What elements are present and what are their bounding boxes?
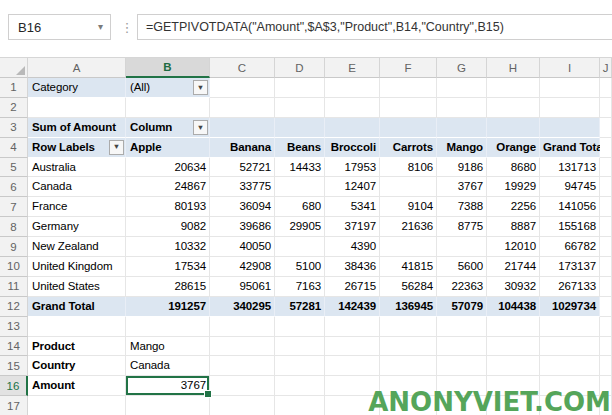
cell-B4[interactable]: Apple: [126, 138, 210, 158]
cell-I14[interactable]: [540, 337, 600, 357]
cell-E5[interactable]: 17953: [325, 158, 380, 178]
cell-D9[interactable]: [275, 237, 325, 257]
cell-F12[interactable]: 136945: [380, 297, 437, 317]
cell-I6[interactable]: 94745: [540, 177, 600, 197]
cell-B16[interactable]: 3767: [126, 376, 210, 396]
cell-F6[interactable]: [380, 177, 437, 197]
cell-J1[interactable]: [600, 78, 612, 98]
cell-B7[interactable]: 80193: [126, 197, 210, 217]
column-header-G[interactable]: G: [437, 58, 487, 78]
column-header-A[interactable]: A: [28, 58, 126, 78]
cell-D10[interactable]: 5100: [275, 257, 325, 277]
cell-B11[interactable]: 28615: [126, 277, 210, 297]
cell-G12[interactable]: 57079: [437, 297, 487, 317]
cell-I4[interactable]: Grand Total: [540, 138, 600, 158]
cell-D13[interactable]: [275, 317, 325, 337]
row-header-8[interactable]: 8: [0, 217, 28, 237]
select-all-button[interactable]: [0, 58, 28, 78]
cell-I1[interactable]: [540, 78, 600, 98]
cell-G9[interactable]: [437, 237, 487, 257]
cell-C17[interactable]: [210, 396, 275, 415]
cell-G3[interactable]: [437, 118, 487, 138]
cell-J3[interactable]: [600, 118, 612, 138]
cell-H11[interactable]: 30932: [487, 277, 540, 297]
cell-D8[interactable]: 29905: [275, 217, 325, 237]
cell-I3[interactable]: [540, 118, 600, 138]
column-header-J[interactable]: J: [600, 58, 612, 78]
cell-I12[interactable]: 1029734: [540, 297, 600, 317]
column-header-I[interactable]: I: [540, 58, 600, 78]
cell-E8[interactable]: 37197: [325, 217, 380, 237]
cell-F15[interactable]: [380, 356, 437, 376]
cell-D6[interactable]: [275, 177, 325, 197]
cell-A17[interactable]: [28, 396, 126, 415]
filter-dropdown-icon-B1[interactable]: ▼: [193, 80, 208, 95]
formula-bar[interactable]: =GETPIVOTDATA("Amount",$A$3,"Product",B1…: [137, 14, 612, 40]
cell-G10[interactable]: 5600: [437, 257, 487, 277]
cell-D15[interactable]: [275, 356, 325, 376]
cell-H5[interactable]: 8680: [487, 158, 540, 178]
cell-C14[interactable]: [210, 337, 275, 357]
cell-H13[interactable]: [487, 317, 540, 337]
cell-E6[interactable]: 12407: [325, 177, 380, 197]
cell-B2[interactable]: [126, 98, 210, 118]
cell-G5[interactable]: 9186: [437, 158, 487, 178]
cell-H8[interactable]: 8887: [487, 217, 540, 237]
row-header-6[interactable]: 6: [0, 177, 28, 197]
cell-J13[interactable]: [600, 317, 612, 337]
cell-F13[interactable]: [380, 317, 437, 337]
cell-G8[interactable]: 8775: [437, 217, 487, 237]
cell-C6[interactable]: 33775: [210, 177, 275, 197]
cell-B1[interactable]: (All)▼: [126, 78, 210, 98]
name-box[interactable]: B16 ▾: [8, 14, 111, 40]
cell-F7[interactable]: 9104: [380, 197, 437, 217]
column-header-D[interactable]: D: [275, 58, 325, 78]
row-header-3[interactable]: 3: [0, 118, 28, 138]
cell-B9[interactable]: 10332: [126, 237, 210, 257]
cell-J10[interactable]: [600, 257, 612, 277]
cell-A3[interactable]: Sum of Amount: [28, 118, 126, 138]
cell-I10[interactable]: 173137: [540, 257, 600, 277]
cell-E4[interactable]: Broccoli: [325, 138, 380, 158]
column-header-B[interactable]: B: [126, 58, 210, 78]
cell-A13[interactable]: [28, 317, 126, 337]
cell-J15[interactable]: [600, 356, 612, 376]
cell-H10[interactable]: 21744: [487, 257, 540, 277]
cell-C8[interactable]: 39686: [210, 217, 275, 237]
formula-bar-resize-handle-icon[interactable]: ⋮: [120, 13, 134, 41]
cell-G4[interactable]: Mango: [437, 138, 487, 158]
cell-B12[interactable]: 191257: [126, 297, 210, 317]
cell-B14[interactable]: Mango: [126, 337, 210, 357]
row-header-16[interactable]: 16: [0, 376, 28, 396]
cell-J6[interactable]: [600, 177, 612, 197]
cell-B8[interactable]: 9082: [126, 217, 210, 237]
cell-J12[interactable]: [600, 297, 612, 317]
cell-G11[interactable]: 22363: [437, 277, 487, 297]
row-header-15[interactable]: 15: [0, 356, 28, 376]
cell-G1[interactable]: [437, 78, 487, 98]
cell-A2[interactable]: [28, 98, 126, 118]
cell-A12[interactable]: Grand Total: [28, 297, 126, 317]
cell-A7[interactable]: France: [28, 197, 126, 217]
cell-J8[interactable]: [600, 217, 612, 237]
cell-J9[interactable]: [600, 237, 612, 257]
cell-G14[interactable]: [437, 337, 487, 357]
cell-A16[interactable]: Amount: [28, 376, 126, 396]
cell-F14[interactable]: [380, 337, 437, 357]
row-header-11[interactable]: 11: [0, 277, 28, 297]
cell-A11[interactable]: United States: [28, 277, 126, 297]
cell-B3[interactable]: Column▼: [126, 118, 210, 138]
cell-I8[interactable]: 155168: [540, 217, 600, 237]
column-header-H[interactable]: H: [487, 58, 540, 78]
cell-J5[interactable]: [600, 158, 612, 178]
cell-A9[interactable]: New Zealand: [28, 237, 126, 257]
row-header-14[interactable]: 14: [0, 337, 28, 357]
cell-A14[interactable]: Product: [28, 337, 126, 357]
filter-dropdown-icon-A4[interactable]: ▼: [109, 140, 124, 155]
row-header-10[interactable]: 10: [0, 257, 28, 277]
cell-E1[interactable]: [325, 78, 380, 98]
cell-A6[interactable]: Canada: [28, 177, 126, 197]
cell-D17[interactable]: [275, 396, 325, 415]
cell-D1[interactable]: [275, 78, 325, 98]
cell-C9[interactable]: 40050: [210, 237, 275, 257]
